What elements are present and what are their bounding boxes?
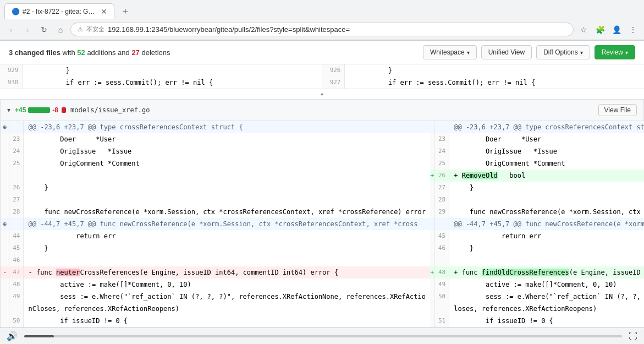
volume-icon[interactable]: 🔊: [7, 331, 18, 336]
diff-area[interactable]: 929 } 926 } 930 if err := sess.Commit();…: [0, 64, 644, 332]
table-row: 929 } 926 }: [0, 64, 644, 77]
browser-chrome: 🔵 #2 - fix-8722 - gitea: Gi... ✕ ＋ ‹ › ↻…: [0, 0, 644, 41]
profile-icon[interactable]: 👤: [610, 23, 623, 36]
deletions-label: deletions: [141, 48, 170, 57]
progress-bar[interactable]: [24, 335, 622, 337]
table-row: 45 } 46 }: [1, 242, 644, 254]
additions-count: 52: [77, 48, 85, 57]
tab-title: #2 - fix-8722 - gitea: Gi...: [23, 8, 95, 15]
table-row: 930 if err := sess.Commit(); err != nil …: [0, 77, 644, 89]
with-label: with: [63, 48, 75, 57]
table-row: 44 return err 45 return err: [1, 230, 644, 242]
top-bar: 3 changed files with 52 additions and 27…: [0, 41, 644, 64]
table-row: nCloses, references.XRefActionReopens) l…: [1, 303, 644, 315]
reload-button[interactable]: ↻: [37, 23, 51, 36]
diff-stats: +45 -8: [15, 106, 66, 114]
bottom-bar: 🔊 ⛶: [0, 327, 644, 336]
table-row: 24 OrigIssue *Issue 24 OrigIssue *Issue: [1, 145, 644, 157]
diff-options-button[interactable]: Diff Options ▾: [536, 45, 590, 59]
table-row: ⊕ @@ -23,6 +23,7 @@ type crossReferences…: [1, 121, 644, 133]
extensions-icon[interactable]: 🧩: [593, 23, 607, 36]
diff-file: ▾ +45 -8 models/issue_xref.go View File …: [0, 99, 644, 332]
expand-icon[interactable]: ⊕: [1, 121, 9, 133]
deletions-bar: [62, 107, 66, 113]
back-button[interactable]: ‹: [4, 23, 18, 36]
security-label: 不安全: [86, 25, 104, 34]
new-tab-button[interactable]: ＋: [117, 3, 134, 19]
table-row: 27 28: [1, 194, 644, 206]
partial-diff-top: 929 } 926 } 930 if err := sess.Commit();…: [0, 64, 644, 99]
address-text[interactable]: 192.168.99.1:2345/blueworrybear/gitea/pu…: [108, 25, 566, 34]
security-icon: ⚠: [78, 26, 83, 33]
menu-icon[interactable]: ⋮: [626, 23, 640, 36]
diff-file-header: ▾ +45 -8 models/issue_xref.go View File: [1, 100, 643, 121]
table-row: 46: [1, 254, 644, 266]
additions-label: additions: [87, 48, 115, 57]
expand-icon-2[interactable]: ⊕: [1, 218, 9, 230]
table-row: - 47 - func neuterCrossReferences(e Engi…: [1, 266, 644, 279]
deletions-count: 27: [131, 48, 139, 57]
fullscreen-icon[interactable]: ⛶: [629, 331, 637, 337]
view-file-button[interactable]: View File: [598, 104, 637, 116]
diff-table-top: 929 } 926 } 930 if err := sess.Commit();…: [0, 64, 644, 99]
changed-files-info: 3 changed files with 52 additions and 27…: [9, 48, 416, 57]
table-row: + 26 + RemoveOld bool: [1, 170, 644, 182]
tab-close-button[interactable]: ✕: [101, 7, 107, 16]
additions-stat: +45: [15, 106, 26, 114]
table-row: 25 OrigComment *Comment 25 OrigComment *…: [1, 157, 644, 170]
whitespace-button[interactable]: Whitespace ▾: [423, 45, 477, 59]
unified-view-button[interactable]: Unified View: [481, 45, 532, 59]
table-row: 26 } 27 }: [1, 182, 644, 194]
deletions-stat: -8: [52, 106, 58, 114]
review-caret: ▾: [625, 50, 628, 56]
tab-favicon: 🔵: [12, 8, 19, 15]
nav-bar: ‹ › ↻ ⌂ ⚠ 不安全 192.168.99.1:2345/blueworr…: [0, 19, 644, 40]
table-row: ⊕ @@ -44,7 +45,7 @@ func newCrossReferen…: [1, 218, 644, 230]
address-bar[interactable]: ⚠ 不安全 192.168.99.1:2345/blueworrybear/gi…: [70, 23, 574, 36]
nav-icons: ☆ 🧩 👤 ⋮: [577, 23, 640, 36]
diff-options-caret: ▾: [580, 50, 583, 56]
button-group: Whitespace ▾ Unified View Diff Options ▾…: [423, 45, 635, 59]
expand-file-button[interactable]: ▾: [7, 106, 10, 114]
changed-files-count: 3 changed files: [9, 48, 60, 57]
review-button[interactable]: Review ▾: [595, 45, 635, 59]
table-row: 23 Doer *User 23 Doer *User: [1, 133, 644, 145]
table-row: 50 if issueID != 0 { 51 if issueID != 0 …: [1, 315, 644, 327]
progress-bar-fill: [24, 335, 54, 337]
table-row: 28 func newCrossReference(e *xorm.Sessio…: [1, 206, 644, 218]
forward-button[interactable]: ›: [21, 23, 34, 36]
whitespace-caret: ▾: [467, 50, 470, 56]
diff-content-table: ⊕ @@ -23,6 +23,7 @@ type crossReferences…: [1, 121, 644, 332]
file-path: models/issue_xref.go: [70, 106, 594, 114]
additions-bar: [28, 107, 50, 113]
table-row: 49 sess := e.Where("`ref_action` IN (?, …: [1, 291, 644, 303]
page-content: 3 changed files with 52 additions and 27…: [0, 41, 644, 336]
active-tab[interactable]: 🔵 #2 - fix-8722 - gitea: Gi... ✕: [4, 3, 114, 19]
and-label: and: [118, 48, 130, 57]
home-button[interactable]: ⌂: [54, 23, 67, 36]
bookmark-icon[interactable]: ☆: [577, 23, 590, 36]
tab-bar: 🔵 #2 - fix-8722 - gitea: Gi... ✕ ＋: [0, 0, 644, 19]
expand-row[interactable]: ▾: [0, 89, 644, 100]
table-row: 48 active := make([]*Comment, 0, 10) 49 …: [1, 279, 644, 291]
